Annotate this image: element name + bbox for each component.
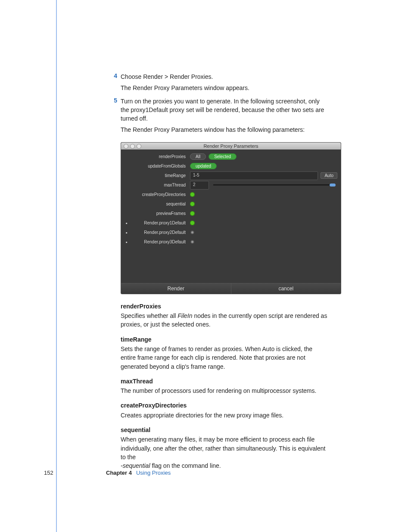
label-renderProxies: renderProxies bbox=[126, 154, 190, 159]
chapter-label: Chapter 4 bbox=[106, 470, 132, 476]
row-updateFromGlobals: updateFromGlobals updated bbox=[125, 162, 337, 171]
step-5-line1: Turn on the proxies you want to generate… bbox=[121, 97, 328, 123]
window-title: Render Proxy Parameters bbox=[203, 143, 258, 149]
minimize-icon[interactable] bbox=[130, 144, 135, 149]
term-renderProxies: renderProxies bbox=[121, 302, 328, 311]
row-sequential: sequential bbox=[125, 199, 337, 209]
toggle-proxy2Default[interactable] bbox=[190, 230, 195, 235]
label-maxThread: maxThread bbox=[126, 183, 190, 187]
step-4: 4 Choose Render > Render Proxies. The Re… bbox=[109, 72, 328, 95]
render-button[interactable]: Render bbox=[121, 283, 231, 294]
step-number: 5 bbox=[109, 97, 117, 137]
close-icon[interactable] bbox=[124, 144, 128, 149]
timeRange-input[interactable]: 1-5 bbox=[190, 171, 318, 180]
option-all[interactable]: All bbox=[190, 153, 206, 160]
row-proxy2Default: ▪ Render.proxy2Default bbox=[125, 228, 337, 237]
updated-button[interactable]: updated bbox=[190, 163, 217, 169]
row-renderProxies: renderProxies All Selected bbox=[125, 152, 337, 162]
row-maxThread: maxThread 2 bbox=[125, 180, 337, 190]
step-4-line1: Choose Render > Render Proxies. bbox=[121, 72, 328, 81]
toggle-sequential[interactable] bbox=[190, 202, 195, 206]
label-proxy3Default: Render.proxy3Default bbox=[126, 240, 190, 244]
chapter-title: Using Proxies bbox=[136, 470, 171, 476]
row-proxy3Default: ▪ Render.proxy3Default bbox=[125, 237, 337, 247]
label-createProxyDirectories: createProxyDirectories bbox=[126, 192, 190, 197]
term-createProxyDirectories: createProxyDirectories bbox=[121, 401, 328, 410]
auto-button[interactable]: Auto bbox=[321, 172, 337, 179]
step-5: 5 Turn on the proxies you want to genera… bbox=[109, 97, 328, 137]
step-number: 4 bbox=[109, 72, 117, 95]
row-timeRange: timeRange 1-5 Auto bbox=[125, 171, 337, 180]
label-timeRange: timeRange bbox=[126, 173, 190, 178]
term-maxThread: maxThread bbox=[121, 377, 328, 386]
option-selected[interactable]: Selected bbox=[209, 153, 237, 160]
row-createProxyDirectories: createProxyDirectories bbox=[125, 190, 337, 199]
label-previewFrames: previewFrames bbox=[126, 211, 190, 216]
sequential-flag: -sequential bbox=[121, 462, 150, 469]
zoom-icon[interactable] bbox=[137, 144, 141, 149]
page-footer: 152 Chapter 4 Using Proxies bbox=[44, 470, 171, 476]
traffic-lights[interactable] bbox=[124, 144, 141, 149]
cancel-button[interactable]: cancel bbox=[231, 283, 341, 294]
label-updateFromGlobals: updateFromGlobals bbox=[126, 164, 190, 168]
window-titlebar: Render Proxy Parameters bbox=[121, 143, 341, 149]
step-5-line2: The Render Proxy Parameters window has t… bbox=[121, 125, 328, 134]
toggle-proxy1Default[interactable] bbox=[190, 221, 195, 225]
render-proxy-parameters-window: Render Proxy Parameters renderProxies Al… bbox=[121, 142, 341, 294]
maxThread-input[interactable]: 2 bbox=[190, 181, 209, 190]
label-proxy1Default: Render.proxy1Default bbox=[126, 221, 190, 225]
label-sequential: sequential bbox=[126, 202, 190, 206]
toggle-previewFrames[interactable] bbox=[190, 211, 195, 216]
term-sequential: sequential bbox=[121, 426, 328, 434]
def-timeRange: timeRange Sets the range of frames to re… bbox=[121, 335, 328, 371]
toggle-proxy3Default[interactable] bbox=[190, 240, 195, 244]
def-renderProxies: renderProxies Specifies whether all File… bbox=[121, 302, 328, 329]
def-createProxyDirectories: createProxyDirectories Creates appropria… bbox=[121, 401, 328, 420]
filein-term: FileIn bbox=[177, 312, 192, 319]
toggle-createProxyDirectories[interactable] bbox=[190, 192, 195, 197]
maxThread-slider[interactable] bbox=[213, 184, 336, 186]
def-sequential: sequential When generating many files, i… bbox=[121, 426, 328, 470]
row-previewFrames: previewFrames bbox=[125, 209, 337, 218]
row-proxy1Default: ▪ Render.proxy1Default bbox=[125, 218, 337, 228]
step-4-line2: The Render Proxy Parameters window appea… bbox=[121, 84, 328, 92]
term-timeRange: timeRange bbox=[121, 335, 328, 344]
def-maxThread: maxThread The number of processors used … bbox=[121, 377, 328, 395]
label-proxy2Default: Render.proxy2Default bbox=[126, 230, 190, 235]
page-number: 152 bbox=[44, 470, 63, 476]
